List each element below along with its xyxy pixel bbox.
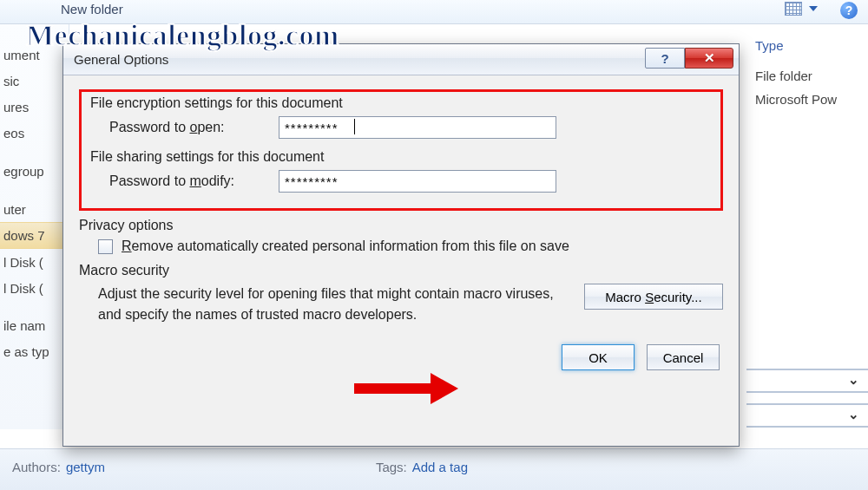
chevron-icon: ⌄: [848, 407, 859, 422]
remove-personal-info-label: Remove automatically created personal in…: [122, 238, 569, 254]
password-modify-label: Password to modify:: [109, 173, 270, 189]
authors-label: Authors:: [12, 460, 61, 490]
nav-item[interactable]: ures: [0, 94, 69, 120]
privacy-section-title: Privacy options: [79, 218, 723, 233]
tags-label: Tags:: [376, 460, 407, 490]
password-open-input[interactable]: [279, 116, 556, 139]
password-modify-input[interactable]: [279, 170, 556, 193]
filename-label-partial: ile nam: [0, 312, 69, 338]
dialog-title: General Options: [74, 52, 168, 67]
list-view-icon: [785, 2, 802, 16]
dialog-body: File encryption settings for this docume…: [63, 75, 739, 381]
filetype-dropdown-partial[interactable]: ⌄: [746, 403, 868, 428]
encryption-section-title: File encryption settings for this docume…: [90, 95, 712, 111]
nav-item-selected[interactable]: dows 7: [0, 222, 69, 249]
saveastype-label-partial: e as typ: [0, 338, 69, 364]
column-header-type[interactable]: Type: [755, 38, 861, 53]
macro-description: Adjust the security level for opening fi…: [98, 284, 569, 325]
close-icon: ✕: [704, 50, 715, 66]
macro-section-title: Macro security: [79, 263, 723, 278]
remove-personal-info-checkbox[interactable]: [98, 239, 113, 254]
dialog-close-button[interactable]: ✕: [685, 48, 733, 69]
chevron-down-icon: [809, 6, 818, 11]
dialog-help-button[interactable]: ?: [645, 48, 685, 69]
general-options-dialog: General Options ? ✕ File encryption sett…: [62, 43, 740, 447]
highlight-box: File encryption settings for this docume…: [79, 89, 723, 211]
password-open-label: Password to open:: [109, 120, 270, 135]
nav-item[interactable]: uter: [0, 196, 69, 222]
authors-value[interactable]: gettym: [66, 460, 105, 490]
type-value: Microsoft Pow: [755, 92, 861, 107]
question-icon: ?: [661, 51, 668, 66]
nav-item[interactable]: egroup: [0, 158, 69, 184]
nav-tree-partial: ument sic ures eos egroup uter dows 7 l …: [0, 24, 69, 429]
properties-bar: Authors: gettym Tags: Add a tag: [0, 448, 868, 490]
help-icon[interactable]: ?: [840, 2, 858, 19]
nav-item[interactable]: l Disk (: [0, 275, 69, 301]
cancel-button[interactable]: Cancel: [647, 344, 720, 370]
ok-button[interactable]: OK: [562, 344, 635, 370]
nav-item[interactable]: eos: [0, 120, 69, 146]
chevron-icon: ⌄: [848, 372, 859, 388]
macro-security-button[interactable]: Macro Security...: [584, 284, 723, 310]
nav-item[interactable]: l Disk (: [0, 249, 69, 275]
sharing-section-title: File sharing settings for this document: [90, 149, 712, 165]
filetype-dropdown-partial[interactable]: ⌄: [746, 369, 868, 393]
nav-item[interactable]: sic: [0, 68, 69, 94]
dialog-titlebar: General Options ? ✕: [63, 44, 739, 75]
explorer-toolbar: New folder ?: [0, 0, 868, 24]
tags-add-link[interactable]: Add a tag: [412, 460, 468, 490]
new-folder-button[interactable]: New folder: [61, 2, 123, 16]
nav-item[interactable]: ument: [0, 42, 69, 68]
text-caret: [354, 119, 355, 134]
type-value: File folder: [755, 69, 861, 83]
view-switcher[interactable]: [785, 2, 818, 16]
